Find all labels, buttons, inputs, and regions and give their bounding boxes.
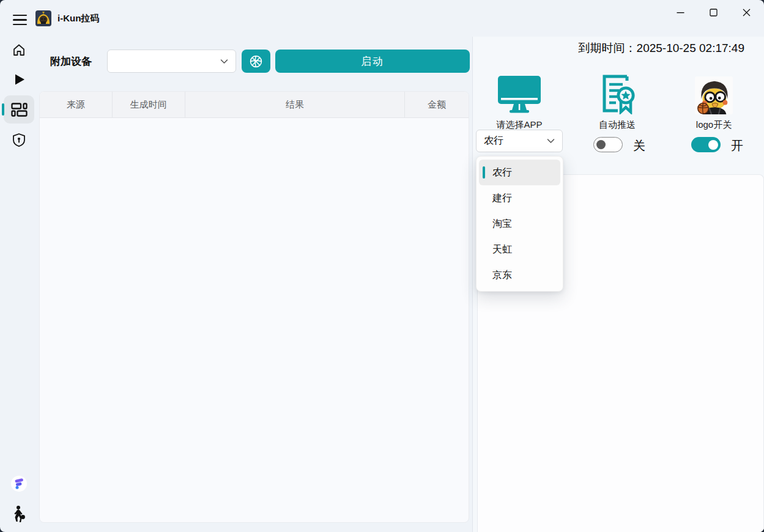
sidebar-item-apps[interactable] <box>4 95 34 124</box>
launch-button[interactable]: 启动 <box>275 50 470 73</box>
header-cell-result[interactable]: 结果 <box>185 92 405 117</box>
option-label: 淘宝 <box>492 218 512 231</box>
certificate-icon <box>599 73 636 114</box>
feature-logo-switch: logo开关 <box>674 63 754 131</box>
maximize-button[interactable] <box>697 0 730 24</box>
header-cell-source[interactable]: 来源 <box>40 92 113 117</box>
titlebar: i-Kun拉码 <box>0 0 764 37</box>
chevron-down-icon <box>547 138 555 144</box>
feature-app-picker: 请选择APP <box>480 63 559 131</box>
toggle-knob <box>708 140 718 150</box>
app-dropdown-popup: 农行 建行 淘宝 天虹 京东 <box>476 156 563 292</box>
play-icon <box>12 72 26 87</box>
chevron-down-icon <box>220 59 228 64</box>
option-label: 农行 <box>492 166 512 179</box>
main-panel: 附加设备 启动 来源 生成时间 结果 <box>38 37 472 532</box>
sidebar-kun-button[interactable] <box>6 501 32 528</box>
sidebar <box>0 37 38 532</box>
option-label: 京东 <box>492 269 512 282</box>
monitor-icon <box>497 75 542 114</box>
device-label: 附加设备 <box>50 54 92 68</box>
table-body <box>40 118 469 523</box>
right-panel: 到期时间：2025-10-25 02:17:49 请选择APP <box>473 37 764 532</box>
device-select[interactable] <box>107 50 236 73</box>
dropdown-option-nonghang[interactable]: 农行 <box>479 160 560 185</box>
basketball-player-icon <box>10 505 28 523</box>
window-title: i-Kun拉码 <box>57 13 99 24</box>
minimize-button[interactable] <box>664 0 697 24</box>
active-indicator-bar <box>2 103 4 116</box>
expiry-value: 2025-10-25 02:17:49 <box>637 42 744 54</box>
logo-switch-toggle[interactable] <box>691 137 721 152</box>
header-cell-time[interactable]: 生成时间 <box>113 92 185 117</box>
table-header: 来源 生成时间 结果 金额 <box>40 92 469 118</box>
auto-push-state: 关 <box>633 138 645 154</box>
home-icon <box>12 43 26 57</box>
dropdown-option-jingdong[interactable]: 京东 <box>479 262 560 288</box>
close-icon <box>743 9 751 17</box>
sidebar-item-security[interactable] <box>6 127 32 153</box>
sidebar-brand-button[interactable] <box>6 470 32 497</box>
grid-icon <box>11 103 28 117</box>
dropdown-option-jianhang[interactable]: 建行 <box>479 185 560 211</box>
sidebar-item-home[interactable] <box>6 37 32 64</box>
dropdown-option-taobao[interactable]: 淘宝 <box>479 211 560 237</box>
close-button[interactable] <box>730 0 763 24</box>
dropdown-option-tianhong[interactable]: 天虹 <box>479 237 560 262</box>
option-label: 天虹 <box>492 243 512 256</box>
feature-auto-push: 自动推送 <box>577 63 657 131</box>
app-select-value: 农行 <box>484 135 503 147</box>
results-table: 来源 生成时间 结果 金额 <box>39 91 469 523</box>
maximize-icon <box>710 9 718 17</box>
window-controls <box>664 0 763 24</box>
expiry-label: 到期时间： <box>579 42 637 54</box>
avatar-image <box>695 76 733 114</box>
expiry-time: 到期时间：2025-10-25 02:17:49 <box>579 40 744 56</box>
auto-push-toggle[interactable] <box>593 137 623 152</box>
logo-switch-label: logo开关 <box>696 119 732 131</box>
feather-logo-icon <box>10 475 28 492</box>
option-accent-bar <box>483 166 485 179</box>
header-cell-amount[interactable]: 金额 <box>405 92 469 117</box>
auto-push-label: 自动推送 <box>599 119 636 131</box>
basketball-button[interactable] <box>242 50 270 73</box>
sidebar-item-run[interactable] <box>6 66 32 93</box>
app-window: i-Kun拉码 <box>0 0 764 532</box>
option-label: 建行 <box>492 192 512 205</box>
menu-button[interactable] <box>7 7 32 29</box>
logo-switch-state: 开 <box>731 138 743 154</box>
minimize-icon <box>677 9 684 17</box>
toggle-knob <box>596 140 606 149</box>
app-logo-icon <box>35 10 51 26</box>
app-select[interactable]: 农行 <box>476 130 563 152</box>
shield-icon <box>12 133 26 147</box>
basketball-icon <box>249 54 263 68</box>
